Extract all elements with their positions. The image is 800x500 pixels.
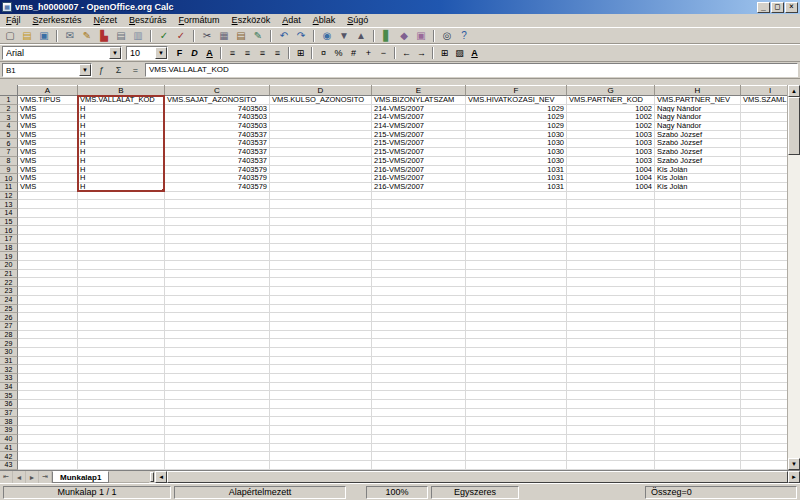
cell-F42[interactable]	[466, 452, 567, 461]
cell-D36[interactable]	[270, 400, 372, 409]
cell-A5[interactable]: VMS	[18, 131, 78, 140]
cell-G5[interactable]: 1003	[567, 131, 655, 140]
cell-H24[interactable]	[655, 296, 741, 305]
cell-C41[interactable]	[165, 444, 270, 453]
column-header-G[interactable]: G	[567, 85, 655, 96]
help-icon[interactable]: ?	[456, 28, 472, 43]
row-header-7[interactable]: 7	[0, 148, 18, 157]
cell-E37[interactable]	[372, 409, 466, 418]
cell-D12[interactable]	[270, 192, 372, 201]
cell-A39[interactable]	[18, 426, 78, 435]
cell-H40[interactable]	[655, 435, 741, 444]
cell-D29[interactable]	[270, 339, 372, 348]
cell-G2[interactable]: 1002	[567, 105, 655, 114]
cell-A37[interactable]	[18, 409, 78, 418]
align-left-button[interactable]: ≡	[225, 46, 240, 61]
cell-C28[interactable]	[165, 331, 270, 340]
cell-A26[interactable]	[18, 313, 78, 322]
cell-C25[interactable]	[165, 305, 270, 314]
cell-B20[interactable]	[78, 261, 165, 270]
cell-A43[interactable]	[18, 461, 78, 470]
cell-C11[interactable]: 7403579	[165, 183, 270, 192]
row-header-11[interactable]: 11	[0, 183, 18, 192]
cell-C36[interactable]	[165, 400, 270, 409]
row-header-38[interactable]: 38	[0, 417, 18, 426]
cell-E11[interactable]: 216-VMS/2007	[372, 183, 466, 192]
row-header-27[interactable]: 27	[0, 322, 18, 331]
cell-H31[interactable]	[655, 357, 741, 366]
cell-D24[interactable]	[270, 296, 372, 305]
cell-D42[interactable]	[270, 452, 372, 461]
row-header-13[interactable]: 13	[0, 200, 18, 209]
cell-A27[interactable]	[18, 322, 78, 331]
first-sheet-button[interactable]: ⇤	[0, 471, 13, 483]
cell-F14[interactable]	[466, 209, 567, 218]
cell-C3[interactable]: 7403503	[165, 113, 270, 122]
cell-C4[interactable]: 7403503	[165, 122, 270, 131]
cell-E4[interactable]: 214-VMS/2007	[372, 122, 466, 131]
cell-A24[interactable]	[18, 296, 78, 305]
cell-A21[interactable]	[18, 270, 78, 279]
chevron-down-icon[interactable]: ▼	[109, 47, 121, 59]
cell-F37[interactable]	[466, 409, 567, 418]
scroll-down-icon[interactable]: ▼	[788, 458, 800, 470]
cell-C7[interactable]: 7403537	[165, 148, 270, 157]
cell-G37[interactable]	[567, 409, 655, 418]
cell-E27[interactable]	[372, 322, 466, 331]
cell-C31[interactable]	[165, 357, 270, 366]
cell-G9[interactable]: 1004	[567, 166, 655, 175]
cell-B9[interactable]: H	[78, 166, 165, 175]
cell-F25[interactable]	[466, 305, 567, 314]
cell-G15[interactable]	[567, 218, 655, 227]
cell-F30[interactable]	[466, 348, 567, 357]
cell-H30[interactable]	[655, 348, 741, 357]
cell-E36[interactable]	[372, 400, 466, 409]
cell-B35[interactable]	[78, 391, 165, 400]
cell-C38[interactable]	[165, 417, 270, 426]
navigator-icon[interactable]: ◆	[396, 28, 412, 43]
cell-F43[interactable]	[466, 461, 567, 470]
cell-H11[interactable]: Kis Jolán	[655, 183, 741, 192]
cell-G4[interactable]: 1002	[567, 122, 655, 131]
cell-G30[interactable]	[567, 348, 655, 357]
menu-item-6[interactable]: Adat	[276, 14, 307, 27]
column-header-D[interactable]: D	[270, 85, 372, 96]
cell-F11[interactable]: 1031	[466, 183, 567, 192]
cell-C6[interactable]: 7403537	[165, 139, 270, 148]
cell-H38[interactable]	[655, 417, 741, 426]
close-button[interactable]: ×	[785, 2, 798, 13]
cell-A38[interactable]	[18, 417, 78, 426]
cell-B15[interactable]	[78, 218, 165, 227]
cell-B13[interactable]	[78, 200, 165, 209]
cell-C10[interactable]: 7403579	[165, 174, 270, 183]
align-center-button[interactable]: ≡	[240, 46, 255, 61]
cell-C17[interactable]	[165, 235, 270, 244]
cell-B38[interactable]	[78, 417, 165, 426]
cell-F31[interactable]	[466, 357, 567, 366]
cut-icon[interactable]: ✂	[199, 28, 215, 43]
cell-H15[interactable]	[655, 218, 741, 227]
cell-H13[interactable]	[655, 200, 741, 209]
cell-F6[interactable]: 1030	[466, 139, 567, 148]
cell-H1[interactable]: VMS.PARTNER_NEV	[655, 96, 741, 105]
cell-B43[interactable]	[78, 461, 165, 470]
cell-D1[interactable]: VMS.KULSO_AZONOSITO	[270, 96, 372, 105]
cell-H41[interactable]	[655, 444, 741, 453]
cell-C8[interactable]: 7403537	[165, 157, 270, 166]
cell-H25[interactable]	[655, 305, 741, 314]
cell-D40[interactable]	[270, 435, 372, 444]
cell-B36[interactable]	[78, 400, 165, 409]
vertical-scroll-thumb[interactable]	[788, 97, 800, 155]
row-header-23[interactable]: 23	[0, 287, 18, 296]
select-all-corner[interactable]	[0, 85, 18, 96]
cell-B30[interactable]	[78, 348, 165, 357]
cell-H17[interactable]	[655, 235, 741, 244]
cell-D39[interactable]	[270, 426, 372, 435]
cell-B39[interactable]	[78, 426, 165, 435]
cell-G20[interactable]	[567, 261, 655, 270]
cell-A20[interactable]	[18, 261, 78, 270]
cell-E12[interactable]	[372, 192, 466, 201]
cell-E40[interactable]	[372, 435, 466, 444]
cell-C30[interactable]	[165, 348, 270, 357]
cell-G10[interactable]: 1004	[567, 174, 655, 183]
